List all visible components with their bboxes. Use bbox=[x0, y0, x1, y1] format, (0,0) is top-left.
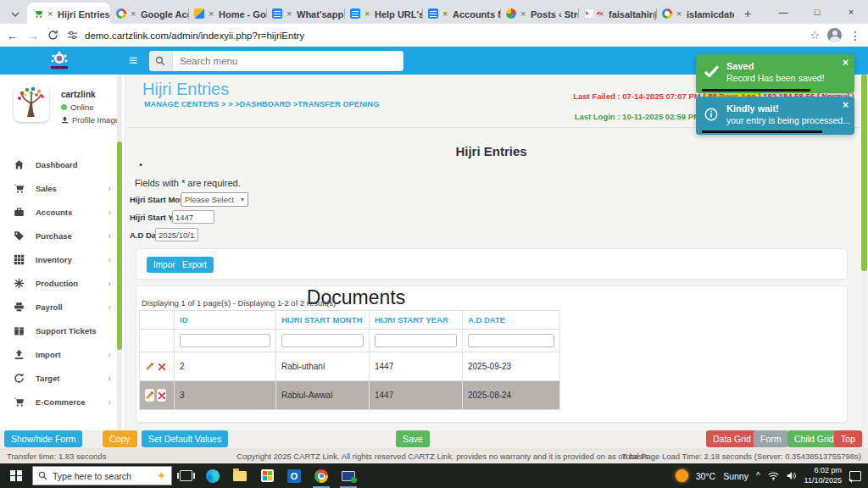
taskbar-search[interactable]: Type here to search ✦ bbox=[32, 466, 172, 485]
filter-year-input[interactable] bbox=[375, 334, 457, 347]
tab-close-icon[interactable]: × bbox=[442, 8, 448, 19]
url-bar[interactable]: demo.cartzlink.com/admin/indexyii.php?r=… bbox=[67, 26, 801, 44]
tray-expand-caret-icon[interactable]: ^ bbox=[756, 471, 760, 480]
tab-accounts-master-doc[interactable]: Accounts Mas × bbox=[422, 3, 500, 24]
column-header-id[interactable]: ID bbox=[175, 311, 276, 329]
browser-profile-avatar[interactable] bbox=[827, 28, 842, 42]
set-default-values-button[interactable]: Set Default Values bbox=[142, 430, 228, 447]
page-scrollbar-thumb[interactable] bbox=[861, 75, 867, 271]
copy-button[interactable]: Copy bbox=[103, 430, 137, 447]
filter-month-input[interactable] bbox=[281, 334, 364, 347]
top-button[interactable]: Top bbox=[834, 430, 862, 447]
hijri-start-month-select[interactable]: Please Select ▾ bbox=[181, 192, 248, 207]
tab-close-icon[interactable]: × bbox=[364, 8, 370, 19]
edit-pencil-icon[interactable] bbox=[145, 360, 154, 373]
bookmark-star-icon[interactable]: ☆ bbox=[810, 30, 820, 41]
delete-x-icon[interactable] bbox=[157, 389, 166, 402]
menu-search-input[interactable] bbox=[173, 56, 403, 66]
sidebar-item-import[interactable]: Import › bbox=[0, 342, 125, 366]
filter-date-input[interactable] bbox=[468, 334, 554, 347]
sidebar-item-production[interactable]: Production › bbox=[0, 271, 125, 295]
tab-close-icon[interactable]: × bbox=[131, 8, 136, 19]
task-view-button[interactable] bbox=[172, 463, 199, 488]
tab-close-icon[interactable]: × bbox=[676, 8, 682, 19]
tab-close-icon[interactable]: × bbox=[520, 8, 526, 19]
chrome-button[interactable] bbox=[308, 463, 335, 488]
photos-favicon-icon bbox=[506, 8, 516, 19]
profile-image-upload[interactable]: Profile Image bbox=[61, 115, 125, 125]
sidebar-item-payroll[interactable]: Payroll › bbox=[0, 295, 125, 319]
tab-help-urls-doc[interactable]: Help URL's fo × bbox=[344, 3, 422, 24]
copyright-text: Copyright 2025 CARTZ Link. All rights re… bbox=[212, 452, 673, 461]
show-hide-form-button[interactable]: Show/hide Form bbox=[4, 430, 82, 447]
back-button[interactable]: ← bbox=[7, 30, 19, 42]
sidebar-item-target[interactable]: Target › bbox=[0, 366, 125, 390]
edge-button[interactable] bbox=[199, 463, 226, 488]
tab-close-icon[interactable]: × bbox=[209, 8, 214, 19]
column-header-date[interactable]: A.D DATE bbox=[463, 311, 560, 329]
tab-google-account[interactable]: Google Accou × bbox=[110, 3, 188, 24]
speaker-icon[interactable] bbox=[787, 469, 797, 484]
data-grid-button[interactable]: Data Grid bbox=[706, 430, 758, 447]
weather-sun-icon[interactable] bbox=[676, 469, 688, 482]
table-row[interactable]: 2 Rabi-uthani 1447 2025-09-23 bbox=[139, 352, 560, 381]
weather-temperature[interactable]: 30°C bbox=[696, 471, 715, 481]
reload-button[interactable] bbox=[47, 30, 58, 41]
sidebar-scrollbar-track[interactable] bbox=[117, 75, 122, 430]
minimize-button[interactable]: — bbox=[766, 0, 800, 24]
site-settings-icon[interactable] bbox=[67, 30, 78, 41]
taskbar-clock[interactable]: 6:02 pm 11/10/2025 bbox=[804, 466, 842, 485]
delete-x-icon[interactable] bbox=[157, 360, 166, 373]
browser-menu-kebab-icon[interactable]: ⋮ bbox=[849, 30, 861, 42]
close-window-button[interactable]: × bbox=[834, 0, 868, 24]
export-button[interactable]: Export bbox=[175, 257, 214, 273]
windows-taskbar: Type here to search ✦ O 30°C Sunny ^ 6:0… bbox=[0, 463, 868, 488]
sidebar-item-sales[interactable]: Sales › bbox=[0, 176, 125, 200]
tab-hijri-entries[interactable]: Hijri Entries - P × bbox=[27, 3, 110, 24]
sidebar-item-purchase[interactable]: Purchase › bbox=[0, 224, 125, 247]
tab-close-icon[interactable]: × bbox=[287, 8, 292, 19]
weather-condition[interactable]: Sunny bbox=[723, 471, 748, 481]
action-center-icon[interactable] bbox=[849, 471, 861, 481]
tab-whatsapp-sales-doc[interactable]: What'sapp Sal × bbox=[266, 3, 344, 24]
toast-close-icon[interactable]: × bbox=[843, 57, 849, 69]
ms-store-button[interactable] bbox=[253, 463, 281, 488]
edit-pencil-icon[interactable] bbox=[145, 389, 154, 402]
menu-searchbox[interactable] bbox=[149, 51, 403, 71]
filter-id-input[interactable] bbox=[180, 334, 270, 347]
tab-close-icon[interactable]: × bbox=[47, 8, 53, 19]
hijri-start-year-input[interactable] bbox=[172, 210, 214, 224]
outlook-button[interactable]: O bbox=[281, 463, 308, 488]
ad-date-input[interactable] bbox=[155, 228, 198, 241]
start-button[interactable] bbox=[0, 463, 32, 488]
sidebar-item-support-tickets[interactable]: Support Tickets bbox=[0, 319, 125, 342]
child-grid-button[interactable]: Child Grid bbox=[787, 430, 841, 447]
tab-gmail[interactable]: faisaltahir@ca × bbox=[578, 3, 656, 24]
page-scrollbar-track[interactable] bbox=[861, 75, 867, 430]
sidebar-item-inventory[interactable]: Inventory › bbox=[0, 247, 125, 271]
sidebar-item-ecommerce[interactable]: E-Commerce › bbox=[0, 390, 125, 413]
sidebar-item-dashboard[interactable]: Dashboard bbox=[0, 152, 125, 176]
profile-image[interactable] bbox=[14, 85, 49, 122]
wifi-icon[interactable] bbox=[768, 469, 779, 484]
tab-search-button[interactable] bbox=[5, 5, 25, 24]
sidebar-item-accounts[interactable]: Accounts › bbox=[0, 200, 125, 224]
save-button[interactable]: Save bbox=[396, 430, 430, 447]
tab-islamicdate-search[interactable]: islamicdate on × bbox=[656, 3, 734, 24]
toast-close-icon[interactable]: × bbox=[843, 99, 849, 111]
column-header-year[interactable]: HIJRI START YEAR bbox=[370, 311, 463, 329]
forward-button[interactable]: → bbox=[27, 30, 39, 42]
maximize-button[interactable]: □ bbox=[800, 0, 834, 24]
new-tab-button[interactable]: + bbox=[737, 3, 758, 24]
sidebar-toggle-hamburger-icon[interactable]: ≡ bbox=[129, 53, 137, 69]
url-text[interactable]: demo.cartzlink.com/admin/indexyii.php?r=… bbox=[85, 30, 304, 41]
table-row-selected[interactable]: 3 Rabiul-Awwal 1447 2025-08-24 bbox=[139, 381, 560, 410]
sidebar-scrollbar-thumb[interactable] bbox=[117, 141, 122, 350]
column-header-month[interactable]: HIJRI START MONTH bbox=[276, 311, 370, 329]
remote-desktop-button[interactable] bbox=[335, 463, 362, 488]
tab-google-drive-home[interactable]: Home - Googl × bbox=[188, 3, 266, 24]
breadcrumb[interactable]: MANAGE CENTERS > > >DASHBOARD >TRANSFER … bbox=[144, 100, 379, 108]
tab-posts-stream[interactable]: Posts ‹ Stream × bbox=[500, 3, 578, 24]
file-explorer-button[interactable] bbox=[226, 463, 253, 488]
form-button[interactable]: Form bbox=[754, 430, 788, 447]
